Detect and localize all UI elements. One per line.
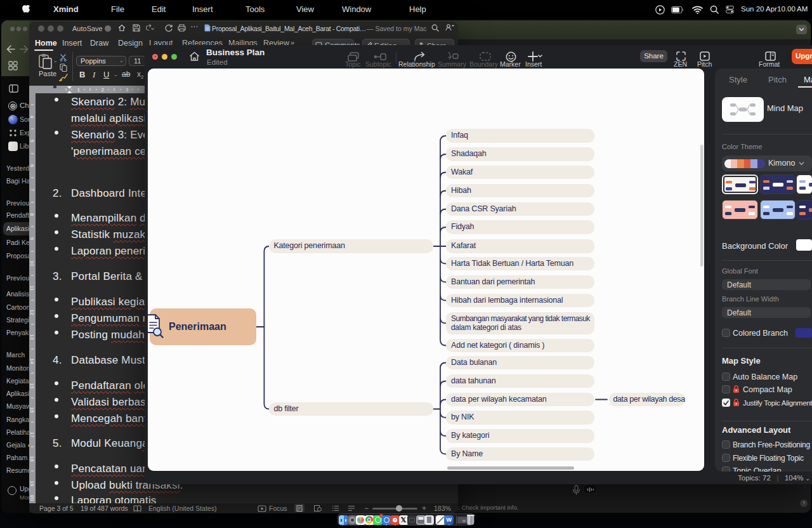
svg-text:15: 15	[29, 383, 35, 389]
svg-text:19: 19	[29, 481, 35, 487]
svg-text:5: 5	[29, 140, 35, 143]
svg-text:11: 11	[29, 286, 35, 291]
svg-text:1: 1	[77, 87, 81, 93]
svg-text:16: 16	[29, 407, 35, 413]
svg-text:20: 20	[29, 496, 35, 501]
svg-text:13: 13	[29, 334, 35, 340]
svg-text:18: 18	[29, 456, 35, 462]
svg-text:7: 7	[29, 188, 35, 192]
svg-text:3: 3	[126, 87, 129, 93]
svg-text:4: 4	[29, 116, 35, 119]
svg-text:17: 17	[29, 432, 35, 438]
svg-text:12: 12	[29, 310, 35, 315]
svg-text:10: 10	[29, 261, 35, 267]
svg-text:2: 2	[102, 87, 105, 93]
svg-text:14: 14	[29, 359, 35, 364]
svg-text:8: 8	[29, 213, 35, 216]
svg-text:9: 9	[29, 237, 35, 241]
svg-text:6: 6	[29, 164, 35, 168]
